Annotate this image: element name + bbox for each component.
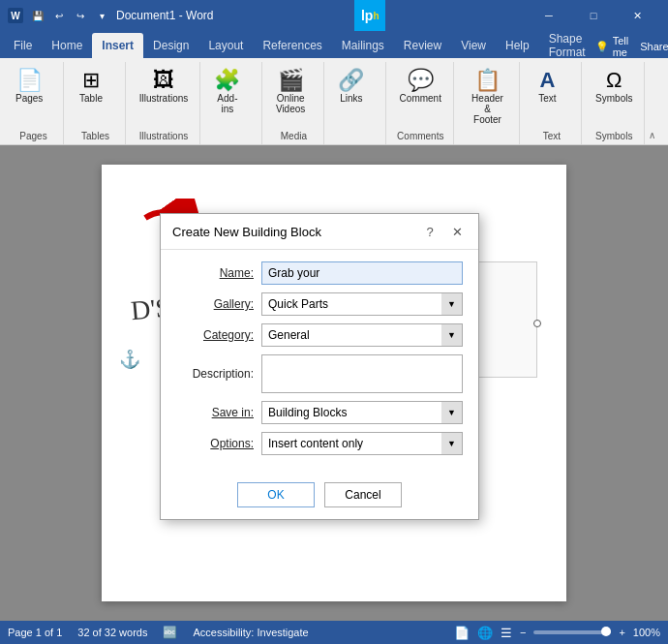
share-label[interactable]: Share <box>640 41 668 52</box>
tab-view[interactable]: View <box>451 33 496 58</box>
category-select[interactable]: General Built-In <box>261 323 463 347</box>
online-videos-button[interactable]: 🎬 OnlineVideos <box>270 66 311 118</box>
illustrations-button[interactable]: 🖼 Illustrations <box>134 66 194 107</box>
name-label: Name: <box>176 266 254 280</box>
addins-button[interactable]: 🧩 Add-ins <box>208 66 247 118</box>
close-button[interactable]: ✕ <box>616 0 660 31</box>
save-in-select[interactable]: Building Blocks Normal <box>261 401 463 424</box>
ribbon-group-pages: 📄 Pages Pages <box>6 62 64 144</box>
gallery-label: Gallery: <box>176 297 254 311</box>
dialog-title-text: Create New Building Block <box>172 225 321 239</box>
undo-icon[interactable]: ↩ <box>50 7 68 24</box>
tab-design[interactable]: Design <box>143 33 198 58</box>
table-icon: ⊞ <box>82 70 100 91</box>
illustrations-group-label: Illustrations <box>134 128 194 144</box>
dialog-close-button[interactable]: ✕ <box>447 222 467 241</box>
minimize-button[interactable]: ─ <box>527 0 571 31</box>
tab-shape-format[interactable]: Shape Format <box>539 33 595 58</box>
save-in-row: Save in: Building Blocks Normal ▼ <box>176 401 463 424</box>
pages-icon: 📄 <box>16 70 43 91</box>
name-row: Name: <box>176 261 463 285</box>
status-right: 📄 🌐 ☰ − + 100% <box>454 626 660 640</box>
header-footer-icon: 📋 <box>474 70 501 91</box>
zoom-plus-button[interactable]: + <box>619 627 624 638</box>
view-normal-icon[interactable]: 📄 <box>454 626 470 640</box>
tab-home[interactable]: Home <box>42 33 92 58</box>
zoom-level[interactable]: 100% <box>633 627 660 638</box>
tab-layout[interactable]: Layout <box>198 33 253 58</box>
redo-icon[interactable]: ↪ <box>72 7 89 24</box>
view-outline-icon[interactable]: ☰ <box>501 626 512 640</box>
tab-file[interactable]: File <box>4 33 42 58</box>
page-info: Page 1 of 1 <box>8 627 62 638</box>
tab-review[interactable]: Review <box>394 33 451 58</box>
dialog-help-button[interactable]: ? <box>420 222 440 241</box>
dialog-body: Name: Gallery: Quick Parts AutoText ▼ <box>161 250 478 475</box>
window-title: Document1 - Word <box>116 9 213 22</box>
ribbon-group-links: 🔗 Links <box>328 62 386 144</box>
save-in-label: Save in: <box>176 406 254 419</box>
links-group-label <box>332 138 380 144</box>
links-button[interactable]: 🔗 Links <box>332 66 371 107</box>
comment-button[interactable]: 💬 Comment <box>394 66 447 107</box>
customize-icon[interactable]: ▾ <box>93 7 110 24</box>
media-group-label: Media <box>270 128 318 144</box>
lightbulb-icon[interactable]: 💡 Tell me <box>595 35 629 58</box>
header-footer-button[interactable]: 📋 Header &Footer <box>462 66 514 129</box>
window-controls: ─ □ ✕ <box>527 0 660 31</box>
ok-button[interactable]: OK <box>237 482 315 507</box>
text-icon: A <box>539 70 555 91</box>
status-bar: Page 1 of 1 32 of 32 words 🔤 Accessibili… <box>0 621 668 644</box>
symbols-button[interactable]: Ω Symbols <box>590 66 638 107</box>
ribbon-group-pages-items: 📄 Pages <box>10 62 57 128</box>
name-input[interactable] <box>261 261 463 285</box>
zoom-thumb <box>601 627 611 636</box>
maximize-button[interactable]: □ <box>571 0 616 31</box>
ribbon-group-addins: 🧩 Add-ins <box>204 62 262 144</box>
save-icon[interactable]: 💾 <box>29 7 46 24</box>
tables-group-label: Tables <box>72 128 119 144</box>
document-page: ⚓ D'Sparrow Create New Building Block ? … <box>102 165 566 601</box>
links-icon: 🔗 <box>338 70 364 91</box>
comments-group-label: Comments <box>394 128 447 144</box>
ribbon-group-tables: ⊞ Table Tables <box>68 62 126 144</box>
word-count: 32 of 32 words <box>77 627 147 638</box>
table-button[interactable]: ⊞ Table <box>72 66 110 107</box>
options-select[interactable]: Insert content only Insert content in it… <box>261 432 463 455</box>
gallery-row: Gallery: Quick Parts AutoText ▼ <box>176 292 463 316</box>
word-icon: W <box>8 8 23 23</box>
ribbon-collapse-button[interactable]: ∧ <box>649 62 662 144</box>
tab-help[interactable]: Help <box>496 33 539 58</box>
zoom-minus-button[interactable]: − <box>520 627 526 638</box>
pages-button[interactable]: 📄 Pages <box>10 66 48 107</box>
title-bar: W 💾 ↩ ↪ ▾ Document1 - Word lph ─ □ ✕ <box>0 0 668 31</box>
dialog-title-bar: Create New Building Block ? ✕ <box>161 214 478 250</box>
ribbon-group-symbols: Ω Symbols Symbols <box>586 62 645 144</box>
cancel-button[interactable]: Cancel <box>324 482 402 507</box>
dialog-footer: OK Cancel <box>161 475 478 519</box>
description-row: Description: <box>176 354 463 393</box>
text-button[interactable]: A Text <box>528 66 566 107</box>
tab-insert[interactable]: Insert <box>92 33 143 58</box>
ribbon-group-illustrations: 🖼 Illustrations Illustrations <box>130 62 200 144</box>
ribbon-tab-bar: File Home Insert Design Layout Reference… <box>0 31 668 58</box>
symbols-group-label: Symbols <box>590 128 638 144</box>
ribbon-group-comments: 💬 Comment Comments <box>390 62 454 144</box>
ribbon-group-text: A Text Text <box>524 62 582 144</box>
language-icon: 🔤 <box>163 626 177 639</box>
description-input[interactable] <box>261 354 463 393</box>
gallery-select[interactable]: Quick Parts AutoText <box>261 292 463 316</box>
zoom-slider[interactable] <box>533 630 611 634</box>
view-web-icon[interactable]: 🌐 <box>477 626 493 640</box>
comment-icon: 💬 <box>408 70 434 91</box>
title-bar-icons: 💾 ↩ ↪ ▾ <box>29 7 110 24</box>
illustrations-icon: 🖼 <box>153 70 174 91</box>
accessibility-status[interactable]: Accessibility: Investigate <box>193 627 308 638</box>
pages-group-label: Pages <box>10 128 57 144</box>
tab-references[interactable]: References <box>253 33 331 58</box>
title-bar-left: W 💾 ↩ ↪ ▾ Document1 - Word <box>8 7 213 24</box>
ribbon-group-media: 🎬 OnlineVideos Media <box>266 62 324 144</box>
category-row: Category: General Built-In ▼ <box>176 323 463 347</box>
ribbon-group-header-footer: 📋 Header &Footer <box>458 62 521 144</box>
tab-mailings[interactable]: Mailings <box>332 33 394 58</box>
